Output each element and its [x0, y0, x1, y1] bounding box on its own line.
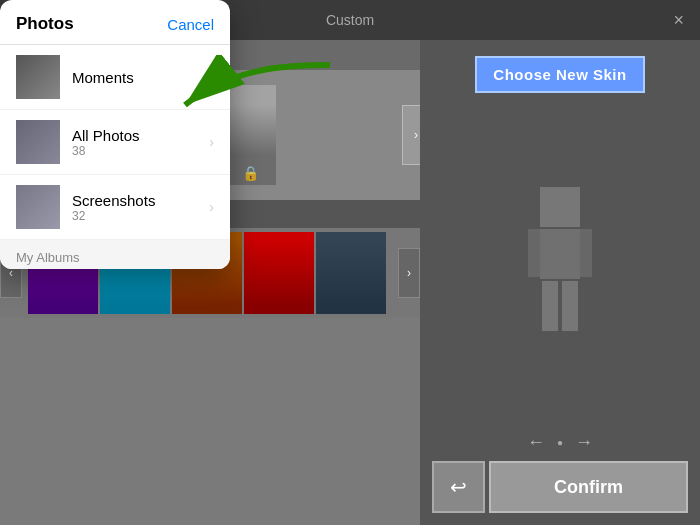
chevron-icon-screenshots: › — [209, 199, 214, 215]
game-background: Choose Skin Custom × Recent 🔒 🔒 🔒 🔒 🔒 — [0, 0, 700, 525]
skin-preview-area — [432, 101, 688, 432]
album-moments-name: Moments — [72, 69, 209, 86]
choose-new-skin-button[interactable]: Choose New Skin — [475, 56, 644, 93]
mc-leg-left — [542, 281, 558, 331]
album-screenshots-name: Screenshots — [72, 192, 209, 209]
confirm-button[interactable]: Confirm — [489, 461, 688, 513]
my-albums-label: My Albums — [0, 240, 230, 269]
minecraft-character-preview — [510, 187, 610, 347]
photos-title: Photos — [16, 14, 74, 34]
bottom-controls: ↩ Confirm — [432, 461, 688, 513]
photos-overlay: Photos Cancel Moments › All Photos 38 › — [0, 0, 230, 269]
lock-icon-5: 🔒 — [242, 165, 259, 181]
villain-4[interactable] — [244, 232, 314, 314]
mc-legs — [510, 281, 610, 331]
nav-dot: ● — [557, 437, 563, 448]
album-moments[interactable]: Moments › — [0, 45, 230, 110]
album-screenshots-info: Screenshots 32 — [72, 192, 209, 223]
photos-cancel-button[interactable]: Cancel — [167, 16, 214, 33]
album-all-photos-count: 38 — [72, 144, 209, 158]
nav-right-arrow[interactable]: → — [575, 432, 593, 453]
mc-body — [540, 229, 580, 279]
album-all-photos-name: All Photos — [72, 127, 209, 144]
album-screenshots-thumb — [16, 185, 60, 229]
album-all-photos-info: All Photos 38 — [72, 127, 209, 158]
villain-5[interactable] — [316, 232, 386, 314]
chevron-icon-all-photos: › — [209, 134, 214, 150]
mc-head — [540, 187, 580, 227]
nav-left-arrow[interactable]: ← — [527, 432, 545, 453]
nav-arrows: ← ● → — [527, 432, 593, 453]
villains-right-nav[interactable]: › — [398, 248, 420, 298]
mc-leg-right — [562, 281, 578, 331]
album-moments-info: Moments — [72, 69, 209, 86]
top-bar-right-title: Custom — [326, 12, 374, 28]
right-panel: Choose New Skin ← ● → — [420, 40, 700, 525]
chevron-icon-moments: › — [209, 69, 214, 85]
scroll-right-button[interactable]: › — [402, 105, 420, 165]
album-all-photos-thumb — [16, 120, 60, 164]
album-screenshots-count: 32 — [72, 209, 209, 223]
album-all-photos[interactable]: All Photos 38 › — [0, 110, 230, 175]
back-button[interactable]: ↩ — [432, 461, 485, 513]
photos-header: Photos Cancel — [0, 0, 230, 45]
close-button[interactable]: × — [673, 10, 684, 31]
album-screenshots[interactable]: Screenshots 32 › — [0, 175, 230, 240]
album-moments-thumb — [16, 55, 60, 99]
skin-char-5[interactable]: 🔒 — [224, 85, 276, 185]
